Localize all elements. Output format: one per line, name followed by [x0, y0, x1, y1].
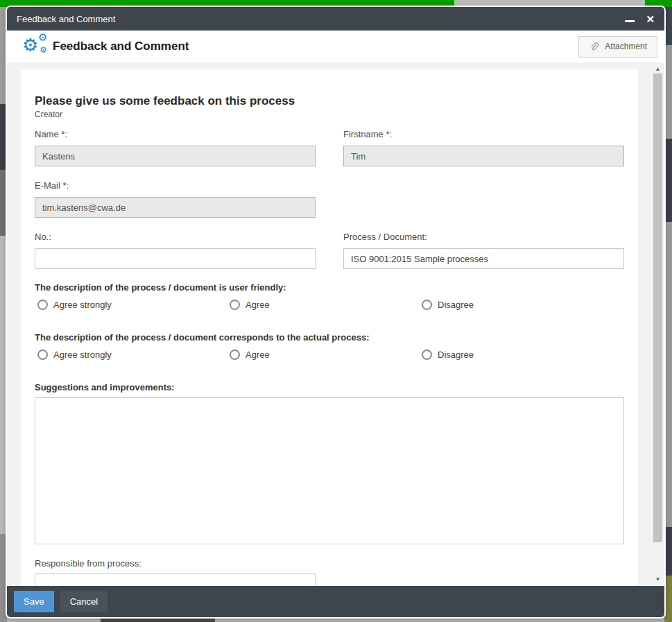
radio-option-label: Agree strongly — [53, 299, 112, 311]
name-field-group: Name *: — [35, 129, 316, 166]
background-fragment — [0, 170, 7, 236]
attachment-button[interactable]: Attachment — [578, 36, 657, 58]
no-process-row: No.: Process / Document: — [35, 232, 624, 269]
page-title: Feedback and Comment — [53, 40, 189, 53]
radio-option-label: Agree — [245, 299, 270, 311]
radio-option-agree[interactable]: Agree — [230, 299, 422, 311]
email-row: E-Mail *: — [35, 180, 624, 218]
background-fragment — [0, 534, 7, 622]
radio-disagree[interactable] — [422, 300, 432, 310]
background-fragment — [664, 7, 672, 45]
radio-option-disagree[interactable]: Disagree — [422, 299, 474, 311]
radio-agree-strongly[interactable] — [37, 300, 48, 310]
gear-small-icon: ⚙ — [38, 32, 47, 42]
gear-big-icon: ⚙ — [22, 36, 38, 54]
scrollbar-thumb[interactable] — [653, 74, 662, 542]
screen: Feedback and Comment ✕ ⚙ ⚙ ⚙ Feedback an… — [0, 0, 672, 622]
dialog-footer: Save Cancel — [7, 586, 664, 617]
dialog-titlebar: Feedback and Comment ✕ — [7, 7, 664, 31]
radio-group-user-friendly: Agree strongly Agree Disagree — [35, 299, 624, 311]
window-controls: ✕ — [625, 14, 655, 24]
background-page-right — [664, 7, 672, 622]
name-row: Name *: Firstname *: — [35, 129, 624, 166]
suggestions-label: Suggestions and improvements: — [35, 381, 624, 393]
radio-group-corresponds: Agree strongly Agree Disagree — [35, 349, 624, 361]
radio-option-agree-strongly[interactable]: Agree strongly — [37, 349, 230, 361]
radio-agree[interactable] — [230, 300, 240, 310]
creator-label: Creator — [35, 110, 624, 120]
dialog-body: Please give us some feedback on this pro… — [7, 62, 664, 586]
email-input — [35, 197, 316, 218]
paperclip-icon — [589, 42, 599, 52]
responsible-input[interactable] — [35, 573, 316, 586]
name-input — [35, 146, 316, 166]
form-heading: Please give us some feedback on this pro… — [35, 94, 624, 108]
scrollbar[interactable]: ▲ ▼ — [652, 62, 664, 586]
no-label: No.: — [35, 232, 316, 243]
background-page-top-gray — [454, 0, 645, 7]
name-label: Name *: — [35, 129, 316, 140]
process-field-group: Process / Document: — [343, 232, 624, 269]
background-fragment — [664, 576, 672, 622]
feedback-form: Please give us some feedback on this pro… — [21, 69, 638, 586]
gears-icon: ⚙ ⚙ ⚙ — [22, 34, 50, 59]
radio-option-disagree[interactable]: Disagree — [422, 349, 474, 361]
close-icon[interactable]: ✕ — [646, 14, 655, 24]
background-fragment — [664, 139, 672, 222]
cancel-button[interactable]: Cancel — [60, 591, 107, 612]
background-fragment — [101, 617, 215, 622]
radio-option-label: Disagree — [438, 299, 474, 311]
dialog-header: ⚙ ⚙ ⚙ Feedback and Comment Attachment — [7, 31, 664, 62]
process-document-input[interactable] — [343, 248, 624, 269]
attachment-label: Attachment — [605, 42, 647, 51]
radio-disagree[interactable] — [422, 349, 432, 360]
question-corresponds: The description of the process / documen… — [35, 331, 624, 343]
gear-small-icon: ⚙ — [40, 46, 47, 54]
firstname-input — [343, 146, 624, 166]
radio-option-agree-strongly[interactable]: Agree strongly — [37, 299, 230, 311]
process-document-label: Process / Document: — [343, 232, 624, 243]
radio-option-label: Disagree — [438, 349, 474, 361]
save-button[interactable]: Save — [14, 591, 54, 612]
no-input[interactable] — [35, 248, 316, 269]
radio-option-label: Agree — [245, 349, 270, 361]
dialog-title: Feedback and Comment — [17, 14, 115, 24]
background-fragment — [664, 527, 672, 582]
radio-option-label: Agree strongly — [53, 349, 112, 361]
firstname-field-group: Firstname *: — [343, 129, 624, 166]
no-field-group: No.: — [35, 232, 316, 269]
question-user-friendly: The description of the process / documen… — [35, 282, 624, 293]
empty-cell — [343, 180, 624, 218]
suggestions-textarea[interactable] — [35, 397, 624, 544]
background-fragment — [0, 236, 7, 534]
background-page-bottom — [7, 617, 664, 622]
radio-agree-strongly[interactable] — [37, 349, 48, 360]
responsible-label: Responsible from process: — [35, 558, 624, 569]
background-page-left — [0, 7, 7, 622]
firstname-label: Firstname *: — [343, 129, 624, 140]
radio-option-agree[interactable]: Agree — [230, 349, 422, 361]
email-label: E-Mail *: — [35, 180, 316, 191]
radio-agree[interactable] — [230, 349, 240, 360]
scroll-down-icon[interactable]: ▼ — [652, 574, 664, 585]
scroll-up-icon[interactable]: ▲ — [652, 64, 664, 74]
email-field-group: E-Mail *: — [35, 180, 316, 218]
background-fragment — [0, 104, 7, 170]
feedback-dialog: Feedback and Comment ✕ ⚙ ⚙ ⚙ Feedback an… — [7, 7, 664, 617]
minimize-icon[interactable] — [625, 20, 635, 22]
